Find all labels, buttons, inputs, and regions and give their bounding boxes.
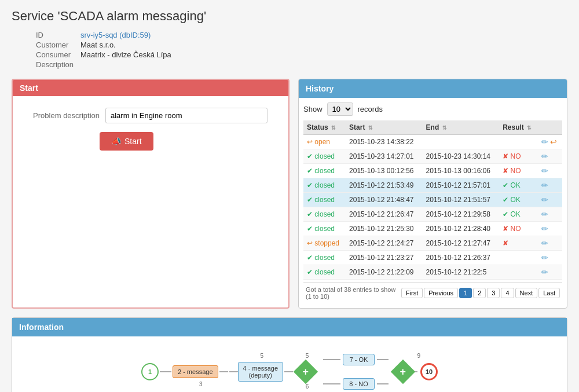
problem-input[interactable] <box>105 108 267 123</box>
status-cell: ✔ closed <box>303 149 346 164</box>
result-cell: ✔ OK <box>499 178 538 193</box>
page-btn-3[interactable]: 3 <box>487 288 500 298</box>
actions-cell: ✏ <box>538 149 562 164</box>
table-row: ✔ closed 2015-10-23 14:27:01 2015-10-23 … <box>303 149 562 164</box>
result-cell <box>499 265 538 280</box>
table-row: ✔ closed 2015-10-12 21:53:49 2015-10-12 … <box>303 178 562 193</box>
edit-icon[interactable]: ✏ <box>541 195 548 204</box>
edit-icon[interactable]: ✏ <box>541 224 548 233</box>
end-cell: 2015-10-12 21:51:57 <box>423 193 500 207</box>
prev-page-btn[interactable]: Previous <box>424 288 458 298</box>
table-row: ✔ closed 2015-10-12 21:26:47 2015-10-12 … <box>303 207 562 222</box>
status-cell: ✔ closed <box>303 164 346 178</box>
edit-icon[interactable]: ✏ <box>541 253 548 262</box>
page-btn-2[interactable]: 2 <box>473 288 486 298</box>
start-cell: 2015-10-12 21:24:27 <box>346 236 423 251</box>
node-4-deputy: 4 - message(deputy) <box>238 362 284 382</box>
description-value <box>80 60 171 69</box>
table-row: ↩ stopped 2015-10-12 21:24:27 2015-10-12… <box>303 236 562 251</box>
page-btn-4[interactable]: 4 <box>501 288 514 298</box>
history-header: History <box>299 79 567 98</box>
result-cell: ✘ NO <box>499 222 538 236</box>
node-2-message: 2 - message <box>173 365 218 378</box>
id-link[interactable]: srv-iy5-sqd (dbID:59) <box>80 31 151 39</box>
col-status[interactable]: Status ⇅ <box>303 120 346 135</box>
edit-icon[interactable]: ✏ <box>541 152 548 161</box>
result-cell: ✔ OK <box>499 207 538 222</box>
restore-icon[interactable]: ↩ <box>550 137 557 146</box>
info-panel: Information 1 2 - message 3 5 <box>12 317 567 392</box>
info-body: 1 2 - message 3 5 4 - message(deputy) <box>12 336 567 392</box>
start-cell: 2015-10-12 21:48:47 <box>346 193 423 207</box>
actions-cell: ✏ <box>538 178 562 193</box>
customer-label: Customer <box>36 41 79 49</box>
end-cell: 2015-10-12 21:22:5 <box>423 265 500 280</box>
pagination-info: Got a total of 38 entries to show (1 to … <box>306 286 401 300</box>
status-cell: ✔ closed <box>303 207 346 222</box>
col-actions <box>538 120 562 135</box>
start-cell: 2015-10-23 14:27:01 <box>346 149 423 164</box>
edit-icon[interactable]: ✏ <box>541 137 548 146</box>
info-header: Information <box>12 318 567 336</box>
table-row: ✔ closed 2015-10-12 21:48:47 2015-10-12 … <box>303 193 562 207</box>
table-row: ↩ open 2015-10-23 14:38:22 ✏ ↩ <box>303 135 562 149</box>
node-8-no: 8 - NO <box>343 378 375 390</box>
edit-icon[interactable]: ✏ <box>541 181 548 190</box>
consumer-value: Maatrix - divize Česká Lípa <box>80 50 171 59</box>
actions-cell: ✏ <box>538 193 562 207</box>
first-page-btn[interactable]: First <box>401 288 423 298</box>
edit-icon[interactable]: ✏ <box>541 210 548 219</box>
start-cell: 2015-10-12 21:25:30 <box>346 222 423 236</box>
start-cell: 2015-10-12 21:53:49 <box>346 178 423 193</box>
status-cell: ↩ open <box>303 135 346 149</box>
start-cell: 2015-10-12 21:23:27 <box>346 251 423 265</box>
start-panel-header: Start <box>13 80 288 96</box>
start-cell: 2015-10-23 14:38:22 <box>346 135 423 149</box>
actions-cell: ✏ <box>538 164 562 178</box>
status-cell: ✔ closed <box>303 251 346 265</box>
result-cell: ✔ OK <box>499 193 538 207</box>
table-row: ✔ closed 2015-10-12 21:23:27 2015-10-12 … <box>303 251 562 265</box>
end-cell <box>423 135 500 149</box>
edit-icon[interactable]: ✏ <box>541 166 548 175</box>
end-cell: 2015-10-12 21:28:40 <box>423 222 500 236</box>
id-label: ID <box>36 31 79 39</box>
actions-cell: ✏ <box>538 207 562 222</box>
problem-label: Problem description <box>24 111 100 120</box>
meta-info: ID srv-iy5-sqd (dbID:59) Customer Maat s… <box>35 30 173 70</box>
table-row: ✔ closed 2015-10-12 21:22:09 2015-10-12 … <box>303 265 562 280</box>
page-title: Service 'SCADA alarm messaging' <box>12 9 567 24</box>
col-end[interactable]: End ⇅ <box>423 120 500 135</box>
records-label: records <box>358 105 383 113</box>
end-cell: 2015-10-12 21:27:47 <box>423 236 500 251</box>
next-page-btn[interactable]: Next <box>515 288 538 298</box>
megaphone-icon: 📣 <box>111 137 121 146</box>
result-cell <box>499 135 538 149</box>
show-label: Show <box>303 105 323 113</box>
result-cell: ✘ NO <box>499 149 538 164</box>
node-1: 1 <box>141 363 159 380</box>
end-cell: 2015-10-12 21:57:01 <box>423 178 500 193</box>
node-10: 10 <box>420 363 438 380</box>
status-cell: ↩ stopped <box>303 236 346 251</box>
actions-cell: ✏ <box>538 222 562 236</box>
node-7-ok: 7 - OK <box>343 354 375 365</box>
start-panel: Start Problem description 📣 Start <box>12 79 290 309</box>
result-cell: ✘ NO <box>499 164 538 178</box>
col-start[interactable]: Start ⇅ <box>346 120 423 135</box>
history-table: Status ⇅ Start ⇅ End ⇅ Result ⇅ ↩ open 2… <box>303 120 562 280</box>
result-cell <box>499 251 538 265</box>
diamond-1: + <box>294 360 318 384</box>
page-btn-1[interactable]: 1 <box>459 288 472 298</box>
edit-icon[interactable]: ✏ <box>541 239 548 248</box>
start-cell: 2015-10-12 21:22:09 <box>346 265 423 280</box>
edit-icon[interactable]: ✏ <box>541 268 548 277</box>
start-button[interactable]: 📣 Start <box>100 132 153 151</box>
flow-diagram: 1 2 - message 3 5 4 - message(deputy) <box>24 348 555 392</box>
pagination-buttons[interactable]: First Previous 1 2 3 4 Next Last <box>401 288 560 298</box>
last-page-btn[interactable]: Last <box>538 288 560 298</box>
records-select[interactable]: 10 25 50 <box>327 102 353 116</box>
start-cell: 2015-10-12 21:26:47 <box>346 207 423 222</box>
col-result[interactable]: Result ⇅ <box>499 120 538 135</box>
description-label: Description <box>36 60 79 69</box>
